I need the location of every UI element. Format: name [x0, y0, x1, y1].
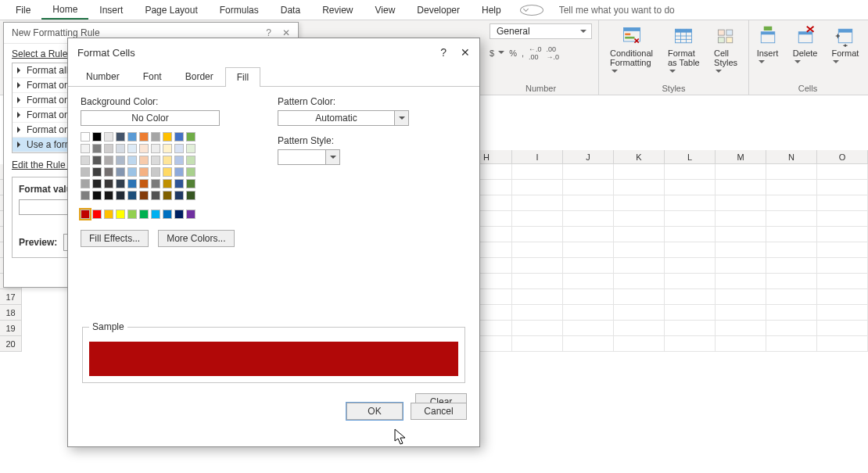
cell[interactable]: [614, 242, 665, 258]
cell[interactable]: [716, 164, 766, 180]
col-header[interactable]: I: [512, 150, 563, 164]
color-swatch[interactable]: [104, 167, 113, 177]
cell[interactable]: [563, 242, 614, 258]
cell[interactable]: [766, 242, 817, 258]
color-swatch[interactable]: [163, 167, 172, 177]
color-swatch[interactable]: [104, 210, 113, 219]
tell-me-input[interactable]: Tell me what you want to do: [548, 2, 686, 19]
color-swatch[interactable]: [104, 191, 113, 200]
color-swatch[interactable]: [174, 156, 184, 165]
tab-home[interactable]: Home: [41, 1, 88, 20]
color-swatch[interactable]: [163, 179, 172, 188]
cell[interactable]: [512, 305, 563, 321]
col-header[interactable]: O: [817, 150, 868, 164]
close-icon[interactable]: ✕: [461, 46, 470, 59]
tab-data[interactable]: Data: [270, 2, 311, 19]
cell[interactable]: [817, 180, 868, 195]
cell[interactable]: [665, 274, 716, 289]
color-swatch[interactable]: [127, 179, 137, 188]
color-swatch[interactable]: [174, 167, 184, 177]
color-swatch[interactable]: [81, 167, 90, 177]
cell[interactable]: [817, 258, 868, 274]
insert-cells-button[interactable]: Insert: [752, 23, 784, 69]
color-swatch[interactable]: [139, 144, 149, 153]
format-as-table-button[interactable]: Format as Table: [663, 23, 705, 78]
cell[interactable]: [766, 195, 817, 211]
cell[interactable]: [665, 289, 716, 305]
cell[interactable]: [716, 180, 766, 195]
cell[interactable]: [614, 336, 665, 352]
cell[interactable]: [563, 258, 614, 274]
color-swatch[interactable]: [151, 156, 160, 165]
conditional-formatting-button[interactable]: Conditional Formatting: [605, 23, 658, 78]
tab-fill[interactable]: Fill: [225, 67, 260, 87]
col-header[interactable]: N: [766, 150, 817, 164]
cell-styles-button[interactable]: Cell Styles: [709, 23, 742, 78]
cell[interactable]: [665, 211, 716, 227]
cell[interactable]: [817, 289, 868, 305]
color-swatch[interactable]: [151, 144, 160, 153]
cell[interactable]: [512, 321, 563, 336]
col-header[interactable]: K: [614, 150, 665, 164]
more-colors-button[interactable]: More Colors...: [158, 230, 234, 247]
cell[interactable]: [716, 305, 766, 321]
color-swatch[interactable]: [92, 132, 102, 142]
currency-button[interactable]: $: [490, 48, 504, 58]
col-header[interactable]: J: [563, 150, 614, 164]
color-swatch[interactable]: [104, 156, 113, 165]
tab-help[interactable]: Help: [471, 2, 512, 19]
color-swatch[interactable]: [81, 144, 90, 153]
pattern-style-dropdown[interactable]: [278, 149, 340, 165]
cell[interactable]: [766, 274, 817, 289]
cell[interactable]: [817, 274, 868, 289]
help-icon[interactable]: ?: [440, 46, 447, 59]
cell[interactable]: [563, 195, 614, 211]
cell[interactable]: [512, 211, 563, 227]
cell[interactable]: [563, 211, 614, 227]
cell[interactable]: [665, 336, 716, 352]
cell[interactable]: [817, 321, 868, 336]
color-swatch[interactable]: [186, 191, 195, 200]
cell[interactable]: [766, 305, 817, 321]
color-swatch[interactable]: [116, 179, 125, 188]
cell[interactable]: [665, 242, 716, 258]
color-swatch[interactable]: [174, 191, 184, 200]
tab-developer[interactable]: Developer: [406, 2, 471, 19]
row-header[interactable]: 17: [0, 289, 22, 305]
color-swatch[interactable]: [127, 132, 137, 142]
color-swatch[interactable]: [127, 210, 137, 219]
cell[interactable]: [665, 305, 716, 321]
color-swatch[interactable]: [163, 210, 172, 219]
close-icon[interactable]: ✕: [282, 27, 290, 38]
tab-formulas[interactable]: Formulas: [209, 2, 270, 19]
color-swatch[interactable]: [139, 210, 149, 219]
color-swatch[interactable]: [163, 191, 172, 200]
cell[interactable]: [716, 242, 766, 258]
color-swatch[interactable]: [81, 191, 90, 200]
tab-page-layout[interactable]: Page Layout: [134, 2, 208, 19]
tab-number[interactable]: Number: [74, 66, 131, 86]
cell[interactable]: [766, 289, 817, 305]
color-swatch[interactable]: [92, 167, 102, 177]
cell[interactable]: [665, 258, 716, 274]
cell[interactable]: [512, 227, 563, 242]
color-swatch[interactable]: [151, 179, 160, 188]
cell[interactable]: [563, 227, 614, 242]
color-swatch[interactable]: [92, 144, 102, 153]
color-swatch[interactable]: [174, 179, 184, 188]
tab-view[interactable]: View: [364, 2, 407, 19]
cell[interactable]: [665, 164, 716, 180]
color-swatch[interactable]: [186, 156, 195, 165]
color-swatch[interactable]: [116, 132, 125, 142]
color-swatch[interactable]: [186, 132, 195, 142]
cell[interactable]: [563, 289, 614, 305]
row-header[interactable]: 20: [0, 336, 22, 352]
cell[interactable]: [665, 195, 716, 211]
color-swatch[interactable]: [139, 167, 149, 177]
cell[interactable]: [665, 321, 716, 336]
increase-decimal-button[interactable]: ←.0.00: [529, 45, 542, 61]
cell[interactable]: [716, 336, 766, 352]
cell[interactable]: [512, 242, 563, 258]
color-swatch[interactable]: [151, 132, 160, 142]
cell[interactable]: [563, 336, 614, 352]
